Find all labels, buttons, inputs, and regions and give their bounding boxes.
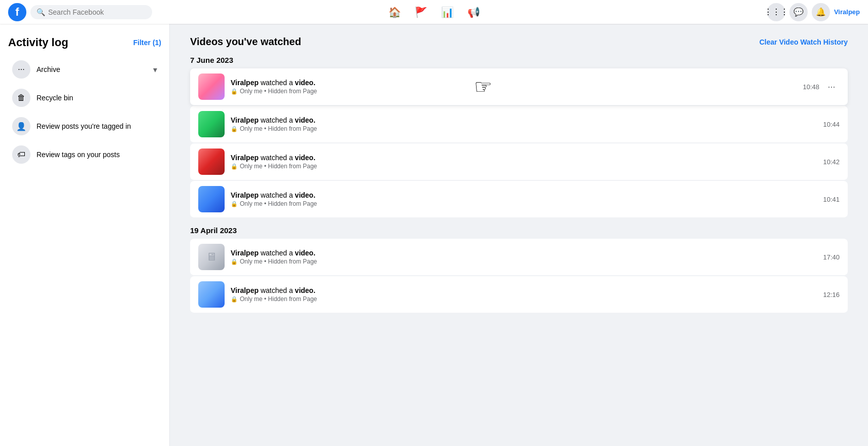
- entry-info-1: Viralpep watched a video. 🔒 Only me • Hi…: [231, 79, 794, 95]
- date-label-1: 7 June 2023: [190, 56, 848, 64]
- nav-home-button[interactable]: 🏠: [382, 1, 407, 23]
- entry-text-1: Viralpep watched a video.: [231, 79, 794, 87]
- entry-info-2: Viralpep watched a video. 🔒 Only me • Hi…: [231, 116, 815, 132]
- entry-info-3: Viralpep watched a video. 🔒 Only me • Hi…: [231, 154, 815, 170]
- video-entry-2[interactable]: Viralpep watched a video. 🔒 Only me • Hi…: [190, 106, 848, 143]
- content-area: Videos you've watched Clear Video Watch …: [170, 24, 868, 326]
- sidebar-title: Activity log: [8, 36, 68, 49]
- search-icon: 🔍: [37, 8, 45, 16]
- entry-text-4: Viralpep watched a video.: [231, 191, 815, 199]
- lock-icon-2: 🔒: [231, 126, 238, 132]
- entry-object-5: video.: [295, 249, 315, 257]
- sidebar-item-review-tags[interactable]: 🏷 Review tags on your posts: [4, 140, 165, 169]
- entry-username-1: Viralpep: [231, 79, 259, 87]
- entry-object-3: video.: [295, 154, 315, 162]
- entry-visibility-5: Only me • Hidden from Page: [240, 258, 317, 265]
- nav-right: ⋮⋮⋮ 💬 🔔 Viralpep: [767, 3, 860, 21]
- top-navigation: f 🔍 🏠 🚩 📊 📢 ⋮⋮⋮ 💬 🔔 Viralpep: [0, 0, 868, 24]
- nav-flag-button[interactable]: 🚩: [409, 1, 433, 23]
- recycle-bin-icon: 🗑: [12, 89, 30, 107]
- filter-button[interactable]: Filter (1): [133, 39, 161, 47]
- entry-meta-6: 🔒 Only me • Hidden from Page: [231, 295, 815, 303]
- main-content: Videos you've watched Clear Video Watch …: [170, 0, 868, 446]
- video-entry-3[interactable]: Viralpep watched a video. 🔒 Only me • Hi…: [190, 143, 848, 180]
- entry-visibility-2: Only me • Hidden from Page: [240, 125, 317, 132]
- entry-text-6: Viralpep watched a video.: [231, 286, 815, 294]
- entry-time-4: 10:41: [815, 196, 840, 203]
- review-tags-label: Review tags on your posts: [37, 151, 120, 159]
- entry-meta-4: 🔒 Only me • Hidden from Page: [231, 200, 815, 207]
- review-tagged-icon: 👤: [12, 117, 30, 135]
- entry-meta-1: 🔒 Only me • Hidden from Page: [231, 88, 794, 95]
- sidebar-item-archive[interactable]: ··· Archive ▾: [4, 55, 165, 84]
- entry-username-3: Viralpep: [231, 154, 259, 162]
- entry-object-6: video.: [295, 286, 315, 294]
- sidebar-item-review-tagged[interactable]: 👤 Review posts you're tagged in: [4, 112, 165, 140]
- apps-button[interactable]: ⋮⋮⋮: [767, 3, 785, 21]
- section-title: Videos you've watched: [190, 36, 301, 48]
- messenger-button[interactable]: 💬: [789, 3, 808, 21]
- entry-info-5: Viralpep watched a video. 🔒 Only me • Hi…: [231, 249, 815, 265]
- entry-info-4: Viralpep watched a video. 🔒 Only me • Hi…: [231, 191, 815, 207]
- video-entry-5[interactable]: 🖥 Viralpep watched a video. 🔒 Only me • …: [190, 239, 848, 276]
- review-tagged-label: Review posts you're tagged in: [37, 122, 131, 130]
- lock-icon-1: 🔒: [231, 88, 238, 95]
- recycle-bin-label: Recycle bin: [37, 94, 73, 102]
- search-bar-container[interactable]: 🔍: [30, 5, 152, 19]
- video-entry-1[interactable]: Viralpep watched a video. 🔒 Only me • Hi…: [190, 68, 848, 105]
- video-entry-4[interactable]: Viralpep watched a video. 🔒 Only me • Hi…: [190, 181, 848, 218]
- entry-username-4: Viralpep: [231, 191, 259, 199]
- nav-megaphone-button[interactable]: 📢: [461, 1, 486, 23]
- lock-icon-5: 🔒: [231, 258, 238, 265]
- entry-object-2: video.: [295, 116, 315, 124]
- lock-icon-6: 🔒: [231, 296, 238, 303]
- entry-visibility-3: Only me • Hidden from Page: [240, 163, 317, 170]
- clear-history-button[interactable]: Clear Video Watch History: [760, 38, 848, 46]
- nav-left: f 🔍: [8, 3, 152, 21]
- date-label-2: 19 April 2023: [190, 226, 848, 235]
- video-thumbnail-4: [198, 186, 225, 212]
- sidebar: Activity log Filter (1) ··· Archive ▾ 🗑 …: [0, 24, 170, 446]
- review-tags-icon: 🏷: [12, 145, 30, 164]
- video-entry-6[interactable]: Viralpep watched a video. 🔒 Only me • Hi…: [190, 276, 848, 313]
- video-thumbnail-2: [198, 111, 225, 137]
- username-link[interactable]: Viralpep: [834, 8, 860, 16]
- entry-meta-3: 🔒 Only me • Hidden from Page: [231, 163, 815, 170]
- lock-icon-3: 🔒: [231, 163, 238, 170]
- entry-object-4: video.: [295, 191, 315, 199]
- section-header: Videos you've watched Clear Video Watch …: [190, 36, 848, 48]
- entry-object-1: video.: [295, 79, 315, 87]
- notifications-button[interactable]: 🔔: [812, 3, 830, 21]
- entry-time-6: 12:16: [815, 291, 840, 299]
- entry-time-3: 10:42: [815, 158, 840, 166]
- video-thumbnail-1: [198, 73, 225, 100]
- entry-text-5: Viralpep watched a video.: [231, 249, 815, 257]
- entry-time-1: 10:48: [794, 83, 819, 91]
- entry-text-2: Viralpep watched a video.: [231, 116, 815, 124]
- video-thumbnail-5: 🖥: [198, 244, 225, 270]
- sidebar-header: Activity log Filter (1): [0, 32, 169, 55]
- search-input[interactable]: [48, 8, 146, 16]
- chevron-down-icon: ▾: [153, 65, 157, 75]
- entry-info-6: Viralpep watched a video. 🔒 Only me • Hi…: [231, 286, 815, 303]
- video-thumbnail-6: [198, 281, 225, 308]
- facebook-logo[interactable]: f: [8, 3, 26, 21]
- entry-text-3: Viralpep watched a video.: [231, 154, 815, 162]
- archive-left: ··· Archive: [12, 60, 60, 79]
- sidebar-item-recycle-bin[interactable]: 🗑 Recycle bin: [4, 84, 165, 112]
- entry-username-2: Viralpep: [231, 116, 259, 124]
- entry-meta-5: 🔒 Only me • Hidden from Page: [231, 258, 815, 265]
- entry-time-2: 10:44: [815, 121, 840, 128]
- entry-visibility-6: Only me • Hidden from Page: [240, 295, 317, 303]
- entry-username-5: Viralpep: [231, 249, 259, 257]
- video-thumbnail-3: [198, 148, 225, 175]
- lock-icon-4: 🔒: [231, 201, 238, 207]
- entry-visibility-4: Only me • Hidden from Page: [240, 200, 317, 207]
- entry-more-button-1[interactable]: ···: [823, 79, 840, 95]
- nav-center-icons: 🏠 🚩 📊 📢: [382, 1, 486, 23]
- entry-time-5: 17:40: [815, 253, 840, 261]
- entry-meta-2: 🔒 Only me • Hidden from Page: [231, 125, 815, 132]
- nav-marketplace-button[interactable]: 📊: [435, 1, 459, 23]
- archive-icon: ···: [12, 60, 30, 79]
- archive-label: Archive: [37, 65, 60, 73]
